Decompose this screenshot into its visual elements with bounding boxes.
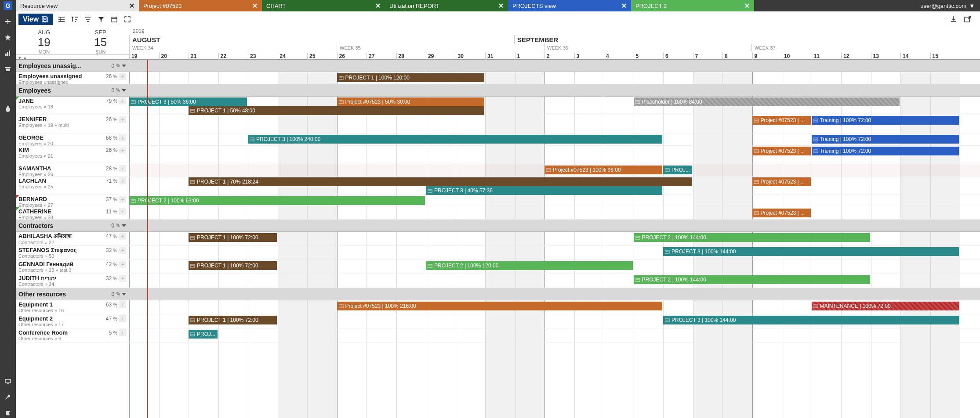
day-label[interactable]: 25 [307,52,337,60]
date-to[interactable]: SEP 15 SUN [73,27,129,54]
task-bar[interactable]: PROJECT 2 | 100% 63:00 [129,196,425,205]
day-label[interactable]: 30 [456,52,486,60]
sort-icon[interactable] [70,15,79,24]
day-label[interactable]: 21 [189,52,218,60]
day-label[interactable]: 2 [544,52,574,60]
add-task-icon[interactable]: + [119,233,126,240]
add-task-icon[interactable]: + [119,177,126,184]
resource-row[interactable]: JANEEmployees » 1879%+ [16,97,129,115]
add-task-icon[interactable]: + [119,134,126,141]
task-bar[interactable]: Training | 100% 72:00 [812,147,959,155]
user-menu[interactable]: user@ganttic.com▼ [915,0,980,11]
chevron-down-icon[interactable] [122,65,126,67]
gantt-row[interactable]: PROJECT 1 | 100% 72:00PROJECT 2 | 100% 1… [129,232,980,246]
gantt-row[interactable]: PROJECT 3 | 100% 144:00 [129,246,980,260]
day-label[interactable]: 12 [841,52,871,60]
logo-icon[interactable]: G [3,1,13,11]
gantt-row[interactable]: PROJECT 1 | 100% 120:00 [129,72,980,84]
task-bar[interactable]: Project #07523 | 100% 96:00 [544,166,662,174]
add-task-icon[interactable]: + [119,165,126,172]
calendar-icon[interactable] [110,15,119,24]
resource-row[interactable]: Employees unassignedEmployees unassigned… [16,72,129,84]
day-label[interactable]: 3 [574,52,604,60]
add-task-icon[interactable]: + [119,275,126,282]
chart-icon[interactable] [3,48,13,58]
add-task-icon[interactable]: + [119,116,126,123]
fullscreen-icon[interactable] [123,15,132,24]
task-bar[interactable]: Project #07523 | ... [752,147,811,155]
day-label[interactable]: 5 [634,52,664,60]
close-icon[interactable] [252,3,258,8]
task-bar[interactable]: PROJECT 1 | 100% 72:00 [189,233,277,242]
day-label[interactable]: 9 [752,52,782,60]
resource-row[interactable]: KIMEmployees » 2126%+ [16,146,129,164]
day-label[interactable]: 26 [337,52,367,60]
resource-row[interactable]: GENNADI ГеннадийContractors » 23 » test … [16,260,129,274]
task-bar[interactable]: Project #07523 | ... [752,209,811,217]
group-header[interactable]: Employees0% [16,84,129,97]
gantt-row[interactable]: Project #07523 | 100% 216:00MAINTENANCE … [129,300,980,314]
task-bar[interactable]: PROJECT 3 | 100% 144:00 [663,247,959,256]
day-label[interactable]: 19 [129,52,159,60]
add-task-icon[interactable]: + [119,315,126,322]
gantt-row[interactable]: PROJECT 2 | 100% 63:00 [129,195,980,207]
add-task-icon[interactable]: + [119,329,126,336]
tab-5[interactable]: PROJECT 2 [631,0,754,11]
indent-icon[interactable] [57,15,66,24]
day-label[interactable]: 1 [515,52,545,60]
task-bar[interactable]: Training | 100% 72:00 [812,116,959,125]
resource-row[interactable]: STEFANOS ΣτεφανοςContractors » 5032%+ [16,246,129,260]
resource-row[interactable]: GEORGEEmployees » 2068%+ [16,133,129,146]
day-label[interactable]: 11 [812,52,842,60]
day-label[interactable]: 13 [871,52,901,60]
gantt-row[interactable]: Project #07523 | ...Training | 100% 72:0… [129,146,980,164]
day-label[interactable]: 29 [426,52,456,60]
close-icon[interactable] [129,3,134,8]
filter-icon[interactable] [97,15,105,24]
day-label[interactable]: 15 [930,52,960,60]
task-bar[interactable]: Project #07523 | ... [752,116,811,125]
tab-3[interactable]: Utilization REPORT [385,0,508,11]
chevron-down-icon[interactable] [122,293,126,295]
task-bar[interactable]: Project #07523 | 100% 216:00 [337,302,663,310]
day-label[interactable]: 28 [396,52,426,60]
resource-row[interactable]: CATHERINEEmployees » 2811%+ [16,207,129,220]
task-bar[interactable]: Project #07523 | 50% 30:00 [337,97,485,106]
resource-row[interactable]: SAMANTHAEmployees » 2628%+ [16,164,129,177]
add-icon[interactable] [3,17,13,26]
group-header[interactable]: Other resources0% [16,288,129,300]
task-bar[interactable]: PROJECT 1 | 70% 218:24 [189,177,692,186]
wrench-icon[interactable] [3,393,13,402]
resource-row[interactable]: LACHLANEmployees » 2571%+ [16,177,129,195]
group-header[interactable]: Employees unassig...0% [16,60,129,72]
close-icon[interactable] [498,3,504,8]
gantt-row[interactable]: PROJECT 1 | 70% 218:24Project #07523 | .… [129,177,980,195]
gantt-row[interactable]: PROJECT 1 | 100% 72:00PROJECT 2 | 100% 1… [129,260,980,274]
resource-row[interactable]: JUDITH יהודיתContractors » 2432%+ [16,274,129,288]
close-icon[interactable] [375,3,381,8]
day-label[interactable]: 4 [604,52,634,60]
day-label[interactable]: 7 [693,52,723,60]
close-icon[interactable] [744,3,750,8]
day-label[interactable]: 31 [485,52,515,60]
add-task-icon[interactable]: + [119,97,126,104]
add-task-icon[interactable]: + [119,247,126,254]
task-bar[interactable]: MAINTENANCE | 100% 72:00 [812,302,959,310]
day-label[interactable]: 27 [367,52,396,60]
day-label[interactable]: 24 [278,52,308,60]
day-label[interactable]: 20 [159,52,189,60]
task-bar[interactable]: Training | 100% 72:00 [812,135,959,144]
task-bar[interactable]: PROJECT 3 | 40% 57:36 [426,186,662,195]
day-label[interactable]: 8 [722,52,752,60]
day-label[interactable]: 23 [248,52,278,60]
tab-1[interactable]: Project #07523 [139,0,262,11]
day-label[interactable]: 22 [218,52,248,60]
resource-row[interactable]: Equipment 1Other resources » 1663%+ [16,300,129,314]
gantt-row[interactable]: PROJ... [129,328,980,342]
gantt-row[interactable]: PROJECT 2 | 100% 144:00 [129,274,980,288]
task-bar[interactable]: PROJ... [189,330,218,339]
gantt-row[interactable]: PROJECT 1 | 100% 72:00PROJECT 3 | 100% 1… [129,314,980,328]
task-bar[interactable]: PROJECT 1 | 50% 48:00 [189,106,484,115]
tab-4[interactable]: PROJECTS view [508,0,631,11]
gantt-area[interactable]: PROJECT 1 | 100% 120:00PROJECT 3 | 50% 3… [129,60,980,418]
